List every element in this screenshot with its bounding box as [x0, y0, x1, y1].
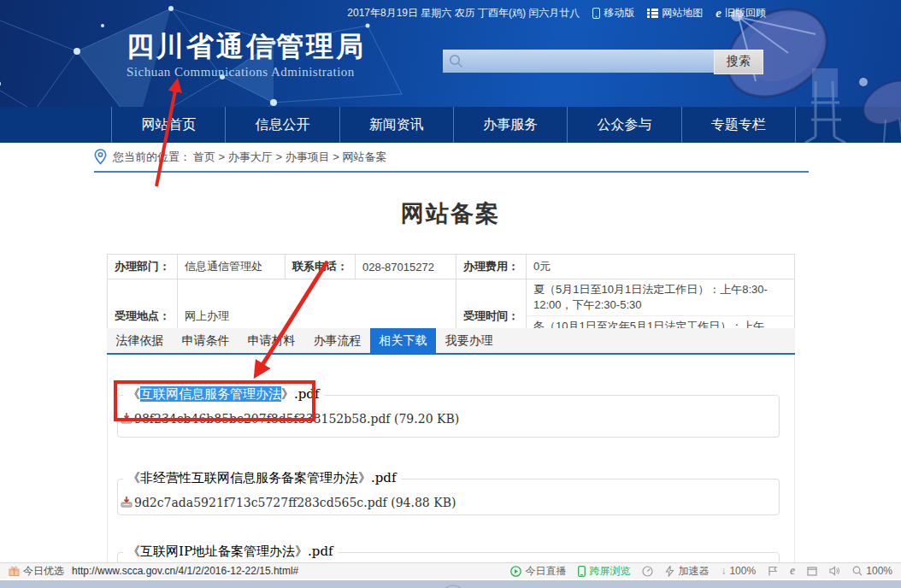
ie-icon: e	[716, 6, 721, 21]
download-file-link[interactable]: 9d2c7ada5921f713c5727ff283cd565c.pdf (94…	[121, 496, 456, 509]
flag-button[interactable]	[768, 566, 778, 576]
tab-apply[interactable]: 我要办理	[436, 328, 502, 353]
window-layout-button[interactable]	[807, 567, 817, 576]
location-pin-icon	[94, 149, 107, 165]
nav-item-info-disclosure[interactable]: 信息公开	[225, 107, 339, 143]
breadcrumb-prefix: 您当前的位置：	[113, 150, 191, 165]
download-file-icon	[121, 497, 132, 509]
download-title-link[interactable]: 《互联网IP地址备案管理办法》.pdf	[123, 544, 338, 560]
down-arrow-icon: ↓	[721, 565, 726, 577]
search-bar: 搜索	[443, 50, 763, 74]
breadcrumb-trail[interactable]: 首页 > 办事大厅 > 办事项目 > 网站备案	[193, 150, 386, 165]
site-header: 2017年8月19日 星期六 农历 丁酉年(鸡) 闰六月廿八 移动版 网站地图 …	[0, 0, 901, 143]
sitemap-link[interactable]: 网站地图	[647, 6, 703, 21]
site-title: 四川省通信管理局	[127, 31, 366, 62]
breadcrumb: 您当前的位置：首页 > 办事大厅 > 办事项目 > 网站备案	[94, 143, 809, 173]
site-subtitle: Sichuan Communications Administration	[127, 65, 366, 79]
ie-mode-icon: e	[790, 564, 795, 578]
ie-compat-button[interactable]: e	[790, 564, 795, 578]
tab-related-downloads[interactable]: 相关下载	[370, 328, 436, 353]
daily-picks-button[interactable]: 今日优选	[9, 564, 64, 579]
tab-application-materials[interactable]: 申请材料	[238, 328, 304, 353]
search-icon	[449, 54, 463, 68]
annotation-red-box	[114, 380, 315, 421]
nav-item-participation[interactable]: 公众参与	[567, 107, 680, 143]
mobile-version-link[interactable]: 移动版	[592, 6, 634, 21]
download-entry: 《非经营性互联网信息服务备案管理办法》.pdf 9d2c7ada5921f713…	[117, 479, 780, 515]
speaker-icon	[829, 566, 840, 576]
lightning-icon	[665, 566, 674, 577]
sitemap-icon	[647, 9, 658, 18]
speed-test-button[interactable]	[642, 566, 653, 577]
topbar-date: 2017年8月19日 星期六 农历 丁酉年(鸡) 闰六月廿八	[347, 6, 580, 21]
taskbar-strip	[0, 580, 901, 588]
phone-value: 028-87015272	[356, 255, 456, 279]
site-logo[interactable]: 四川省通信管理局 Sichuan Communications Administ…	[127, 31, 366, 79]
main-nav: 网站首页 信息公开 新闻资讯 办事服务 公众参与 专题专栏	[111, 107, 796, 143]
fee-value: 0元	[527, 255, 795, 279]
window-icon	[807, 567, 817, 576]
play-circle-icon	[510, 566, 521, 577]
topbar: 2017年8月19日 星期六 农历 丁酉年(鸡) 闰六月廿八 移动版 网站地图 …	[347, 6, 766, 21]
nav-item-topics[interactable]: 专题专栏	[681, 107, 796, 143]
cross-screen-button[interactable]: 跨屏浏览	[578, 564, 630, 579]
gift-icon	[9, 566, 20, 576]
mute-button[interactable]	[829, 566, 840, 576]
dept-label: 办理部门：	[108, 255, 178, 279]
taskbar-arc-decor	[0, 585, 901, 588]
page-title: 网站备案	[0, 198, 901, 229]
tab-legal-basis[interactable]: 法律依据	[107, 328, 173, 353]
nav-item-services[interactable]: 办事服务	[453, 107, 567, 143]
search-button[interactable]: 搜索	[714, 50, 763, 74]
tab-application-conditions[interactable]: 申请条件	[173, 328, 238, 353]
browser-status-bar: 今日优选 http://www.scca.gov.cn/4/1/2/2016-1…	[0, 562, 901, 579]
tab-process[interactable]: 办事流程	[304, 328, 370, 353]
download-progress[interactable]: ↓ 100%	[721, 565, 756, 577]
gauge-icon	[642, 566, 653, 577]
green-phone-icon	[578, 566, 586, 577]
accelerator-button[interactable]: 加速器	[665, 564, 709, 579]
flag-icon	[768, 566, 778, 576]
download-title-link[interactable]: 《非经营性互联网信息服务备案管理办法》.pdf	[123, 470, 401, 486]
mobile-phone-icon	[592, 8, 600, 19]
nav-item-home[interactable]: 网站首页	[111, 107, 225, 143]
time-summer: 夏（5月1日至10月1日法定工作日）：上午8:30-12:00，下午2:30-5…	[527, 279, 795, 316]
fee-label: 办理费用：	[456, 255, 527, 279]
zoom-magnifier-icon	[852, 566, 863, 576]
old-version-link[interactable]: e 旧版回顾	[716, 6, 766, 21]
tab-bar: 法律依据 申请条件 申请材料 办事流程 相关下载 我要办理	[107, 328, 795, 355]
status-url-text: http://www.scca.gov.cn/4/1/2/2016-12-22/…	[72, 565, 298, 577]
search-input[interactable]	[443, 50, 714, 73]
phone-label: 联系电话：	[286, 255, 356, 279]
live-today-button[interactable]: 今日直播	[510, 564, 566, 579]
dept-value: 信息通信管理处	[178, 255, 286, 279]
page-zoom-control[interactable]: 100%	[852, 565, 892, 577]
nav-item-news[interactable]: 新闻资讯	[339, 107, 453, 143]
